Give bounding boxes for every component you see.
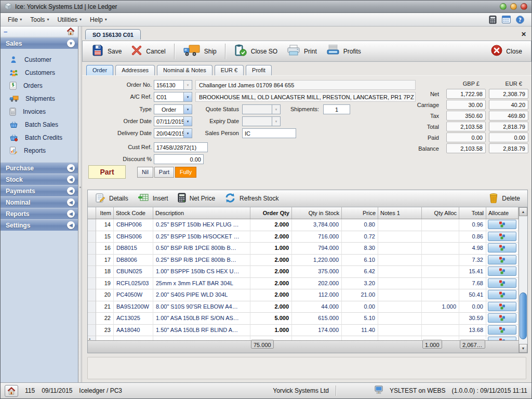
- cell-description[interactable]: 2.00" S40S PIPE WLD 304L: [153, 289, 250, 301]
- cell-item[interactable]: 20: [96, 289, 114, 301]
- cell-order_qty[interactable]: 2.000: [250, 266, 292, 278]
- cell-order_qty[interactable]: 5.000: [250, 313, 292, 325]
- cell-notes1[interactable]: [378, 325, 422, 337]
- cell-order_qty[interactable]: 2.000: [250, 231, 292, 243]
- row-selector[interactable]: [88, 219, 96, 231]
- row-selector[interactable]: [88, 325, 96, 337]
- cell-qty_in_stock[interactable]: 375.000: [292, 266, 342, 278]
- tab-nominal-notes[interactable]: Nominal & Notes: [157, 65, 212, 75]
- allocate-button[interactable]: [488, 267, 516, 276]
- cell-notes1[interactable]: [378, 231, 422, 243]
- allocate-button[interactable]: [488, 243, 516, 252]
- cell-item[interactable]: 17: [96, 255, 114, 267]
- cell-stock_code[interactable]: CBHP006: [114, 219, 153, 231]
- cell-item[interactable]: 16: [96, 243, 114, 255]
- discount-field[interactable]: 0.00: [154, 154, 204, 164]
- cell-notes1[interactable]: [378, 278, 422, 290]
- col-qty-in-stock[interactable]: Qty in Stock: [292, 207, 342, 219]
- sales-person-field[interactable]: IC: [242, 128, 296, 138]
- grid-scrollbar[interactable]: ▲ ▼: [518, 207, 527, 353]
- details-button[interactable]: Details: [92, 192, 131, 206]
- profits-button[interactable]: Profits: [323, 43, 365, 60]
- chevron-left-icon[interactable]: [67, 164, 75, 172]
- allocate-nil-button[interactable]: Nil: [137, 167, 153, 178]
- cell-price[interactable]: 0.00: [342, 301, 378, 313]
- cell-notes1[interactable]: [378, 313, 422, 325]
- sidebar-section-nominal[interactable]: Nominal: [1, 196, 78, 208]
- cell-item[interactable]: 18: [96, 266, 114, 278]
- cell-item[interactable]: 19: [96, 278, 114, 290]
- cell-order_qty[interactable]: 2.000: [250, 255, 292, 267]
- refresh-stock-button[interactable]: Refresh Stock: [221, 192, 282, 206]
- sidebar-item-batch-sales[interactable]: Batch Sales: [1, 118, 78, 131]
- minimize-button[interactable]: [500, 3, 507, 10]
- table-row[interactable]: 21BA9S1200W8.00" S10S 90'SR ELBOW A4…2.0…: [88, 301, 518, 313]
- menu-tools[interactable]: Tools: [26, 15, 53, 25]
- cell-description[interactable]: 0.50" BSP R/B 1PCE 800lb B…: [153, 243, 250, 255]
- col-description[interactable]: Description: [153, 207, 250, 219]
- sidebar-item-reports[interactable]: Reports: [1, 144, 78, 157]
- cell-stock_code[interactable]: BA9S1200W: [114, 301, 153, 313]
- menu-file[interactable]: File: [4, 15, 26, 25]
- menu-help[interactable]: Help: [86, 15, 111, 25]
- cell-order_qty[interactable]: 2.000: [250, 289, 292, 301]
- close-document-icon[interactable]: ✕: [521, 31, 526, 38]
- col-order-qty[interactable]: Order Qty: [250, 207, 292, 219]
- cell-total[interactable]: 7.68: [459, 278, 486, 290]
- chevron-left-icon[interactable]: [67, 198, 75, 206]
- delete-button[interactable]: Delete: [486, 192, 523, 206]
- cell-order_qty[interactable]: 2.000: [250, 278, 292, 290]
- close-button[interactable]: Close: [487, 43, 526, 59]
- allocate-button[interactable]: [488, 220, 516, 229]
- cell-item[interactable]: 14: [96, 219, 114, 231]
- allocate-part-button[interactable]: Part: [154, 167, 174, 178]
- tab-eur[interactable]: EUR €: [215, 65, 244, 75]
- row-selector[interactable]: [88, 255, 96, 267]
- cell-qty_in_stock[interactable]: 44.000: [292, 301, 342, 313]
- cell-total[interactable]: 0.86: [459, 231, 486, 243]
- allocate-button[interactable]: [488, 313, 516, 323]
- scroll-up-icon[interactable]: ▲: [519, 207, 527, 216]
- cell-notes1[interactable]: [378, 219, 422, 231]
- tab-profit[interactable]: Profit: [246, 65, 272, 75]
- sidebar-item-customers[interactable]: Customers: [1, 66, 78, 79]
- cell-item[interactable]: 22: [96, 313, 114, 325]
- cell-qty_alloc[interactable]: [422, 219, 459, 231]
- cell-description[interactable]: 1.50" ASA 150LB RF BLIND A…: [153, 325, 250, 337]
- cell-order_qty[interactable]: 2.000: [250, 219, 292, 231]
- cell-qty_alloc[interactable]: [422, 325, 459, 337]
- cell-qty_in_stock[interactable]: 794.000: [292, 243, 342, 255]
- cell-qty_in_stock[interactable]: 112.000: [292, 289, 342, 301]
- cell-notes1[interactable]: [378, 266, 422, 278]
- cell-qty_alloc[interactable]: [422, 278, 459, 290]
- cell-stock_code[interactable]: AA18040: [114, 325, 153, 337]
- cell-qty_in_stock[interactable]: 1,220.000: [292, 255, 342, 267]
- cell-price[interactable]: 5.10: [342, 313, 378, 325]
- sidebar-item-customer[interactable]: Customer: [1, 53, 78, 66]
- cell-qty_alloc[interactable]: 1.000: [422, 301, 459, 313]
- cell-stock_code[interactable]: CBHS006: [114, 231, 153, 243]
- chevron-down-icon[interactable]: [67, 39, 75, 47]
- cell-order_qty[interactable]: 2.000: [250, 301, 292, 313]
- cell-notes1[interactable]: [378, 255, 422, 267]
- menu-utilities[interactable]: Utilities: [53, 15, 86, 25]
- row-selector[interactable]: [88, 289, 96, 301]
- allocate-button[interactable]: [488, 232, 516, 241]
- close-so-button[interactable]: Close SO: [230, 42, 281, 60]
- cell-qty_in_stock[interactable]: 174.000: [292, 325, 342, 337]
- cell-price[interactable]: 0.72: [342, 231, 378, 243]
- cell-qty_alloc[interactable]: [422, 266, 459, 278]
- cell-price[interactable]: 0.80: [342, 219, 378, 231]
- cell-qty_alloc[interactable]: [422, 243, 459, 255]
- sidebar-section-payments[interactable]: Payments: [1, 185, 78, 196]
- cell-price[interactable]: 6.42: [342, 266, 378, 278]
- cell-description[interactable]: 8.00" S10S 90'SR ELBOW A4…: [153, 301, 250, 313]
- cell-total[interactable]: 15.41: [459, 266, 486, 278]
- cust-ref-field[interactable]: 17458/J2872(1): [154, 142, 208, 152]
- cell-description[interactable]: 0.25" BSPT 150lb HEX PLUG …: [153, 219, 250, 231]
- insert-button[interactable]: Insert: [135, 192, 171, 205]
- maximize-button[interactable]: [510, 3, 517, 10]
- cell-item[interactable]: 15: [96, 231, 114, 243]
- cell-item[interactable]: 21: [96, 301, 114, 313]
- chevron-left-icon[interactable]: [67, 210, 75, 218]
